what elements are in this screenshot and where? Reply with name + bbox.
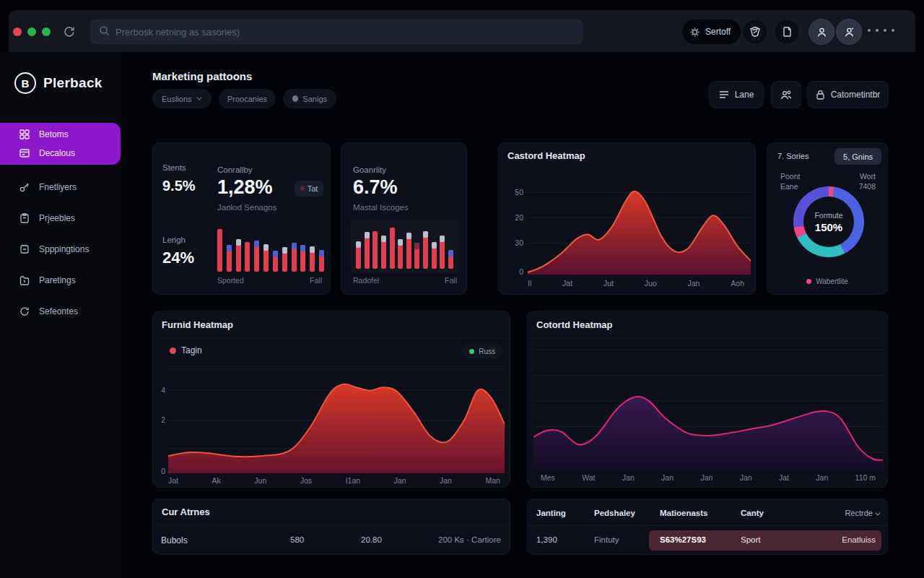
area-series — [533, 397, 883, 470]
bar — [217, 229, 222, 272]
sidebar-item-label: Prjeebles — [39, 213, 75, 223]
bar-cap — [310, 246, 315, 253]
castord-heatmap-card: Castord Heatmap 5020300 IlJatJutJuoJanAo… — [498, 142, 756, 295]
sidebar-item-prjeebles[interactable]: Prjeebles — [0, 207, 121, 229]
donut-right-label: Wort — [860, 172, 876, 181]
tab-gnins[interactable]: 5, Gnins — [834, 148, 881, 165]
dot-icon — [300, 186, 305, 191]
column-header: Matioenasts — [660, 509, 707, 517]
column-header: Canty — [741, 509, 764, 517]
right-table-card: Janting Pedshaley Matioenasts Canty Rect… — [527, 499, 888, 555]
bar — [423, 231, 428, 269]
lerigh-value: 24% — [162, 249, 194, 267]
brand-name: Plerback — [43, 75, 103, 91]
chevron-down-icon — [196, 95, 201, 100]
bar — [245, 242, 250, 272]
bar — [390, 228, 395, 269]
conral-label: Conrallby — [217, 165, 253, 174]
filter-chip-proocanies[interactable]: Proocanies — [219, 89, 276, 108]
y-tick-label: 30 — [515, 238, 523, 247]
user-button[interactable] — [808, 19, 834, 45]
profile-pill-button[interactable]: Sertoff — [682, 20, 741, 44]
lerigh-label: Lerigh — [162, 236, 186, 244]
legend-label: Tagin — [181, 345, 202, 355]
bar-cap — [448, 250, 453, 256]
hamburger-icon — [719, 90, 729, 99]
stents-value: 9.5% — [162, 178, 196, 194]
sidebar-item-label: Spppingtions — [39, 244, 89, 254]
lane-button[interactable]: Lane — [709, 81, 764, 108]
tab-sories[interactable]: 7. Sories — [777, 152, 808, 160]
x-tick-label: Jan — [816, 473, 828, 482]
overflow-menu-button[interactable] — [868, 29, 894, 32]
sidebar-item-fnetliyers[interactable]: Fnetliyers — [0, 176, 121, 198]
sidebar-item-sefeontes[interactable]: Sefeontes — [0, 301, 121, 322]
bar — [236, 239, 241, 272]
bar — [356, 241, 361, 269]
tat-badge: Tat — [295, 181, 323, 197]
sidebar-item-paretings[interactable]: Paretings — [0, 269, 121, 291]
bar — [282, 247, 287, 272]
bar — [440, 236, 445, 269]
users-icon — [780, 90, 792, 100]
mini-bar-chart — [356, 224, 453, 269]
x-tick-label: Jan — [688, 279, 700, 288]
x-tick-label: Jat — [779, 473, 789, 482]
catometintbr-button[interactable]: Catometintbr — [807, 81, 889, 108]
refresh-icon[interactable] — [62, 24, 77, 41]
cell-value: Sport — [741, 535, 761, 544]
sync-icon — [19, 306, 30, 317]
card-header: Cur Atrnes — [153, 499, 510, 525]
close-window-button[interactable] — [13, 27, 22, 36]
shield-button[interactable] — [742, 19, 768, 45]
x-tick-label: Juo — [645, 279, 657, 288]
kpi-card-goanrlity: Goanrlity 6.7% Mastal Iscoges Radofel Fa… — [341, 142, 467, 295]
sidebar-item-betoms[interactable]: Betoms — [0, 127, 121, 142]
search-input[interactable] — [116, 27, 575, 38]
window-controls — [13, 27, 51, 36]
sidebar-item-label: Sefeontes — [39, 306, 78, 316]
bar — [381, 236, 386, 269]
russ-badge: Russ — [462, 344, 502, 359]
bar — [432, 242, 437, 269]
minimize-window-button[interactable] — [27, 27, 36, 36]
area-series — [528, 191, 751, 275]
y-axis: 420 — [156, 366, 165, 473]
document-button[interactable] — [774, 19, 800, 45]
bar-cap — [365, 232, 370, 238]
bar — [319, 250, 324, 272]
card-icon — [19, 147, 30, 159]
y-tick-label: 0 — [161, 467, 165, 475]
x-axis: IlJatJutJuoJanAoh — [528, 279, 744, 288]
column-header-sort[interactable]: Rectrde — [845, 509, 879, 517]
divider — [528, 525, 887, 526]
users-button[interactable] — [771, 81, 801, 108]
sidebar-active-group: Betoms Decalous — [0, 123, 121, 165]
cotortd-heatmap-card: Cotortd Heatmap MesWatJanJanJanJanJatJan… — [527, 311, 888, 488]
donut-center-value: 150% — [815, 221, 842, 233]
maximize-window-button[interactable] — [42, 27, 51, 36]
cotortd-area-chart — [533, 342, 883, 470]
lock-icon — [816, 90, 825, 100]
filter-chip-euslions[interactable]: Euslions — [152, 89, 212, 108]
donut-center-label: Formute — [814, 211, 842, 220]
clipboard-icon — [19, 212, 30, 224]
page-title: Marketing pattoons — [152, 70, 252, 82]
bar-cap — [292, 243, 297, 249]
column-header: Janting — [536, 509, 566, 517]
sidebar-item-label: Betoms — [39, 129, 69, 139]
bar-cap — [423, 231, 428, 238]
legend-dot-icon — [806, 279, 811, 284]
sidebar-item-decalous[interactable]: Decalous — [0, 146, 121, 160]
cell-value: 200 Ks · Cartiore — [438, 535, 501, 544]
filter-chip-sanigs[interactable]: Sanigs — [283, 89, 336, 108]
sidebar-item-spppingtions[interactable]: Spppingtions — [0, 238, 121, 260]
bar — [227, 245, 232, 272]
y-tick-label: 2 — [161, 415, 165, 424]
bar-axis-label: Fall — [445, 276, 457, 285]
x-tick-label: Jat — [168, 476, 178, 485]
bar-cap — [282, 247, 287, 254]
account-button[interactable] — [836, 19, 862, 45]
goanrlity-value: 6.7% — [353, 176, 398, 199]
bar-cap — [300, 245, 305, 251]
